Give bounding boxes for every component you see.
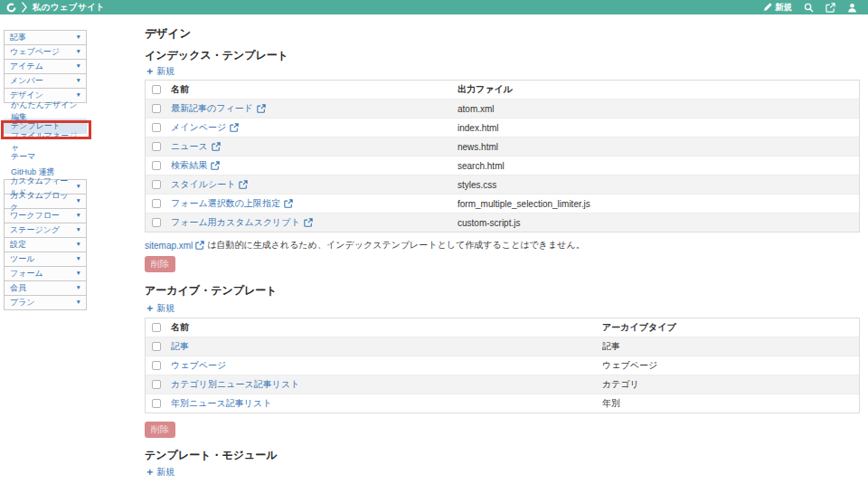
chevron-down-icon: ▼ [76, 227, 81, 233]
template-link[interactable]: 記事 [171, 340, 189, 353]
row-checkbox[interactable] [152, 399, 161, 408]
movabletype-logo-icon[interactable] [6, 3, 16, 13]
chevron-down-icon: ▼ [76, 92, 81, 99]
sidebar-item-assets[interactable]: アイテム▼ [4, 59, 87, 74]
sidebar-item-label: 会員 [10, 282, 26, 294]
note-text: は自動的に生成されるため、インデックステンプレートとして作成することはできません… [207, 239, 584, 251]
output-file: atom.xml [458, 104, 859, 114]
template-link[interactable]: フォーム用カスタムスクリプト [171, 216, 300, 229]
sidebar-item-label: かんたんデザイン編集 [11, 100, 83, 123]
new-content-label: 新規 [775, 2, 792, 14]
sidebar-item-label: ファイルマネージャ [11, 130, 83, 154]
template-link[interactable]: カテゴリ別ニュース記事リスト [171, 378, 299, 391]
external-link-icon[interactable] [211, 161, 220, 170]
row-checkbox[interactable] [152, 180, 161, 189]
chevron-down-icon: ▼ [76, 213, 81, 219]
sidebar-item-webpages[interactable]: ウェブページ▼ [4, 44, 87, 60]
sidebar-item-label: フォーム [10, 268, 43, 280]
row-checkbox[interactable] [152, 104, 161, 113]
column-header-archive-type: アーカイブタイプ [602, 321, 859, 334]
view-site-icon[interactable] [826, 3, 835, 13]
row-checkbox[interactable] [152, 161, 161, 170]
row-checkbox[interactable] [152, 142, 161, 151]
new-link-label: 新規 [156, 302, 175, 315]
table-row: 最新記事のフィード atom.xml [146, 99, 859, 118]
chevron-down-icon: ▼ [76, 184, 81, 190]
topbar-left: 私のウェブサイト [6, 2, 105, 14]
section-heading-template-modules: テンプレート・モジュール [145, 448, 278, 463]
select-all-checkbox[interactable] [152, 85, 161, 94]
search-icon[interactable] [804, 3, 814, 13]
chevron-down-icon: ▼ [76, 256, 81, 262]
template-link[interactable]: 検索結果 [171, 159, 207, 172]
table-row: 検索結果 search.html [146, 156, 859, 175]
sidebar-item-label: プラン [10, 297, 35, 308]
template-link[interactable]: ウェブページ [171, 359, 226, 372]
external-link-icon[interactable] [257, 104, 266, 113]
new-link-label: 新規 [156, 65, 175, 78]
chevron-down-icon: ▼ [76, 63, 81, 70]
sidebar-nav: 記事▼ ウェブページ▼ アイテム▼ メンバー▼ デザイン▼ かんたんデザイン編集… [4, 30, 87, 310]
external-link-icon[interactable] [212, 142, 221, 151]
row-checkbox[interactable] [152, 380, 161, 389]
user-account-icon[interactable] [847, 3, 857, 13]
row-checkbox[interactable] [152, 218, 161, 227]
chevron-down-icon: ▼ [76, 78, 81, 84]
chevron-down-icon: ▼ [76, 198, 81, 204]
chevron-down-icon: ▼ [76, 299, 81, 306]
column-header-output-file: 出力ファイル [458, 83, 859, 96]
sidebar-item-plans[interactable]: プラン▼ [4, 295, 87, 310]
index-templates-table: 名前 出力ファイル 最新記事のフィード atom.xml メインページ inde… [145, 80, 860, 233]
sidebar-item-label: 設定 [10, 239, 26, 251]
sidebar-item-label: ステージング [10, 224, 60, 236]
plus-icon: ＋ [145, 465, 155, 479]
sitemap-note: sitemap.xmlは自動的に生成されるため、インデックステンプレートとして作… [145, 239, 585, 251]
sidebar-item-label: メンバー [10, 75, 43, 87]
sidebar-item-entries[interactable]: 記事▼ [4, 30, 87, 45]
row-checkbox[interactable] [152, 342, 161, 351]
sidebar-item-members[interactable]: メンバー▼ [4, 73, 87, 89]
row-checkbox[interactable] [152, 123, 161, 132]
new-archive-template-link[interactable]: ＋ 新規 [145, 301, 175, 315]
external-link-icon[interactable] [230, 123, 239, 132]
template-link[interactable]: スタイルシート [171, 178, 235, 191]
column-header-name: 名前 [171, 321, 602, 334]
sidebar-item-quick-design-edit[interactable]: かんたんデザイン編集 [4, 103, 87, 119]
output-file: search.html [458, 161, 859, 171]
new-content-button[interactable]: 新規 [763, 2, 792, 14]
topbar: 私のウェブサイト 新規 [0, 0, 868, 14]
row-checkbox[interactable] [152, 361, 161, 370]
template-link[interactable]: 最新記事のフィード [171, 102, 253, 115]
sidebar-item-tools[interactable]: ツール▼ [4, 251, 87, 267]
delete-archive-templates-button[interactable]: 削除 [145, 422, 175, 438]
template-link[interactable]: ニュース [171, 140, 208, 153]
sidebar-item-membership[interactable]: 会員▼ [4, 280, 87, 296]
sidebar-item-file-manager[interactable]: ファイルマネージャ [4, 134, 87, 149]
sidebar-item-settings[interactable]: 設定▼ [4, 237, 87, 252]
sidebar-item-label: 記事 [10, 32, 26, 43]
external-link-icon [195, 241, 204, 250]
chevron-down-icon: ▼ [76, 285, 81, 291]
sidebar-item-custom-blocks[interactable]: カスタムブロック▼ [4, 194, 87, 209]
template-link[interactable]: メインページ [171, 121, 226, 134]
sidebar-item-forms[interactable]: フォーム▼ [4, 266, 87, 281]
external-link-icon[interactable] [304, 218, 313, 227]
sidebar-item-staging[interactable]: ステージング▼ [4, 223, 87, 238]
sidebar-item-label: ウェブページ [10, 46, 60, 58]
external-link-icon[interactable] [239, 180, 248, 189]
template-link[interactable]: 年別ニュース記事リスト [171, 397, 271, 410]
sidebar-item-label: ツール [10, 253, 34, 265]
sitemap-link[interactable]: sitemap.xml [145, 241, 193, 251]
pencil-icon [763, 3, 772, 12]
select-all-checkbox[interactable] [152, 323, 161, 332]
table-header-row: 名前 出力ファイル [146, 81, 859, 99]
new-index-template-link[interactable]: ＋ 新規 [145, 64, 175, 78]
row-checkbox[interactable] [152, 199, 161, 208]
external-link-icon[interactable] [284, 199, 293, 208]
table-row: フォーム選択数の上限指定 form_multiple_selection_lim… [146, 194, 859, 213]
chevron-down-icon: ▼ [76, 242, 81, 248]
template-link[interactable]: フォーム選択数の上限指定 [171, 197, 280, 210]
new-template-module-link[interactable]: ＋ 新規 [145, 465, 175, 479]
site-title[interactable]: 私のウェブサイト [33, 2, 105, 14]
delete-index-templates-button[interactable]: 削除 [145, 256, 175, 272]
